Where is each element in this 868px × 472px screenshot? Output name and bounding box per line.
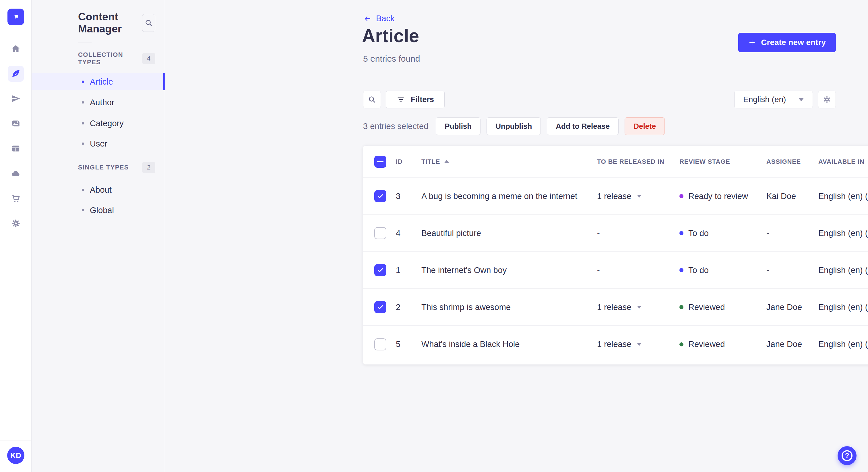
cog-icon [823,95,832,104]
bullet-icon [82,189,84,191]
nav-home[interactable] [8,41,24,57]
add-to-release-button[interactable]: Add to Release [547,117,619,135]
selection-count-text: 3 entries selected [363,122,428,131]
main-content: Back Article 5 entries found Create new … [165,0,868,472]
cell-assignee: Jane Doe [766,339,818,349]
layout-icon [11,144,21,154]
cell-review-stage: To do [679,266,766,275]
cell-title: Beautiful picture [422,229,597,238]
row-checkbox[interactable] [374,338,386,350]
stage-dot-icon [679,268,683,272]
sidebar-item-user[interactable]: User [32,135,165,152]
cell-available-in[interactable]: English (en) (default) [818,339,868,349]
row-checkbox[interactable] [374,301,386,313]
column-header-id[interactable]: ID [396,158,422,165]
sidebar-item-about[interactable]: About [32,181,165,198]
paper-plane-icon [11,94,21,103]
cell-id: 3 [396,192,422,201]
stage-dot-icon [679,305,683,309]
sort-ascending-icon [444,160,449,163]
cart-icon [11,194,21,203]
nav-content-type-builder[interactable] [8,140,24,157]
table-row[interactable]: 3 A bug is becoming a meme on the intern… [363,178,868,215]
sidebar-item-global[interactable]: Global [32,202,165,219]
sidebar-item-label: Category [90,119,124,128]
bullet-icon [82,122,84,125]
gear-icon [11,218,21,228]
table-header-row: ID TITLE TO BE RELEASED IN REVIEW STAGE … [363,146,868,178]
filters-button[interactable]: Filters [386,91,445,108]
search-button[interactable] [363,91,381,108]
sidebar-item-label: About [90,185,112,195]
select-all-checkbox[interactable] [374,156,386,168]
delete-button[interactable]: Delete [625,117,665,135]
search-icon [368,95,376,104]
cell-id: 5 [396,339,422,349]
media-library-icon [11,119,21,129]
sidebar-item-article[interactable]: Article [32,73,165,90]
sidebar-item-category[interactable]: Category [32,115,165,132]
view-settings-button[interactable] [818,91,836,108]
help-button[interactable]: ? [838,446,857,465]
stage-dot-icon [679,194,683,198]
table-row[interactable]: 1 The internet's Own boy - To do - Engli… [363,252,868,289]
locale-select[interactable]: English (en) [734,91,813,108]
cell-assignee: Jane Doe [766,303,818,312]
nav-content-manager[interactable] [8,66,24,82]
cell-release[interactable]: 1 release [597,192,679,201]
cell-title: What's inside a Black Hole [422,339,597,349]
table-row[interactable]: 4 Beautiful picture - To do - English (e… [363,215,868,252]
nav-releases[interactable] [8,91,24,107]
content-manager-icon [11,69,21,78]
nav-settings[interactable] [8,215,24,231]
column-header-title[interactable]: TITLE [422,158,597,165]
strapi-logo[interactable] [7,9,24,25]
nav-marketplace[interactable] [8,191,24,206]
user-avatar[interactable]: KD [7,447,24,464]
home-icon [11,44,21,54]
cell-available-in[interactable]: English (en) (default) [818,266,868,275]
sidebar-item-label: Global [90,206,114,215]
table-row[interactable]: 5 What's inside a Black Hole 1 release R… [363,326,868,363]
chevron-down-icon [637,195,642,198]
cell-available-in[interactable]: English (en) (default) [818,303,868,312]
collection-types-label: COLLECTION TYPES [78,51,142,66]
table-row[interactable]: 2 This shrimp is awesome 1 release Revie… [363,289,868,326]
stage-dot-icon [679,342,683,346]
check-icon [377,266,384,274]
row-checkbox[interactable] [374,190,386,202]
entries-count: 5 entries found [363,54,420,64]
single-types-label: SINGLE TYPES [78,164,129,171]
bullet-icon [82,80,84,83]
search-icon [144,19,153,27]
entries-table: ID TITLE TO BE RELEASED IN REVIEW STAGE … [363,146,868,365]
cell-review-stage: Ready to review [679,192,766,201]
back-link[interactable]: Back [363,14,394,23]
filter-icon [396,95,405,104]
cell-review-stage: Reviewed [679,339,766,349]
nav-deploy[interactable] [8,165,24,181]
unpublish-button[interactable]: Unpublish [487,117,541,135]
column-header-to-be-released-in[interactable]: TO BE RELEASED IN [597,158,679,165]
sidebar-item-author[interactable]: Author [32,94,165,111]
rail-divider [0,440,31,440]
bullet-icon [82,101,84,103]
cell-review-stage: To do [679,229,766,238]
column-header-assignee[interactable]: ASSIGNEE [766,158,818,165]
cell-available-in[interactable]: English (en) (default) [818,192,868,201]
publish-button[interactable]: Publish [436,117,480,135]
column-header-available-in[interactable]: AVAILABLE IN [818,158,868,165]
arrow-left-icon [363,15,372,22]
row-checkbox[interactable] [374,227,386,239]
cell-available-in[interactable]: English (en) (default) [818,229,868,238]
sidebar-search-button[interactable] [142,14,155,32]
cell-title: The internet's Own boy [422,266,597,275]
nav-rail: KD [0,0,32,472]
bullet-icon [82,142,84,145]
row-checkbox[interactable] [374,264,386,276]
create-new-entry-button[interactable]: Create new entry [738,33,836,52]
nav-media-library[interactable] [8,115,24,132]
column-header-review-stage[interactable]: REVIEW STAGE [679,158,766,165]
cell-release[interactable]: 1 release [597,339,679,349]
cell-release[interactable]: 1 release [597,303,679,312]
